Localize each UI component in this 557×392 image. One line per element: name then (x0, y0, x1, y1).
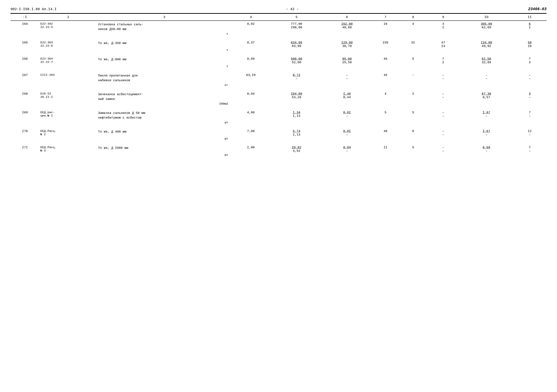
unit-spacer (270, 48, 323, 54)
row-col4: 7,00 (232, 128, 270, 137)
row-col8: 4 (400, 21, 426, 32)
spacer-cell (10, 107, 547, 109)
row-code: ЕЕД.рас- цен.№ I (39, 109, 97, 121)
unit-spacer (10, 121, 39, 126)
unit-spacer (323, 65, 371, 70)
unit-row: т (10, 32, 547, 37)
unit-spacer (323, 32, 371, 37)
row-col11: –– (513, 72, 547, 83)
unit-spacer (270, 65, 323, 70)
unit-spacer (39, 32, 97, 37)
unit-spacer (426, 65, 460, 70)
unit-spacer (39, 121, 97, 126)
row-col11: 73 (513, 56, 547, 65)
row-col5: 777,00I90,00 (270, 21, 323, 32)
table-row: I7IЕЕД.Расц. № 3То же, Д I000 ммI,00I0,8… (10, 144, 547, 153)
row-desc: То же, Д-350 мм (97, 40, 232, 48)
row-col7: 4 (371, 91, 400, 102)
row-col11: 7– (513, 109, 547, 121)
row-col4: 0,37 (232, 40, 270, 48)
row-unit: т (97, 32, 232, 37)
unit-spacer (513, 153, 547, 158)
unit-spacer (232, 137, 270, 142)
row-col9: –– (426, 72, 460, 83)
row-col9: –– (426, 144, 460, 153)
unit-spacer (371, 102, 400, 107)
unit-spacer (232, 121, 270, 126)
unit-spacer (400, 102, 426, 107)
row-col6: 0,04– (323, 144, 371, 153)
row-col11: 7– (513, 144, 547, 153)
unit-spacer (232, 83, 270, 89)
unit-spacer (270, 137, 323, 142)
spacer-cell (10, 37, 547, 40)
row-col7: 45 (371, 56, 400, 65)
unit-spacer (323, 137, 371, 142)
unit-spacer (10, 137, 39, 142)
col-header-11: II (513, 14, 547, 21)
row-col6: 0,0I– (323, 128, 371, 137)
unit-spacer (426, 153, 460, 158)
row-col4: 63,I0 (232, 72, 270, 83)
col-header-1: ·I (10, 14, 39, 21)
row-col7: 45 (371, 72, 400, 83)
unit-spacer (323, 83, 371, 89)
row-col6: I29,0038,70 (323, 40, 371, 48)
spacer-cell (10, 54, 547, 56)
row-col8: 2 (400, 91, 426, 102)
row-col6: 85,0025,50 (323, 56, 371, 65)
row-unit: кг (97, 83, 232, 89)
header-left: 902-I-I50.I.88 Ал.I4.I (10, 7, 57, 11)
unit-spacer (426, 137, 460, 142)
row-spacer (10, 107, 547, 109)
row-col10: I,67– (460, 109, 513, 121)
unit-spacer (10, 83, 39, 89)
unit-spacer (39, 153, 97, 158)
row-col8: 5 (400, 144, 426, 153)
unit-spacer (460, 65, 513, 70)
unit-spacer (460, 48, 513, 54)
unit-spacer (400, 48, 426, 54)
spacer-cell (10, 126, 547, 128)
row-col4: 0,04 (232, 91, 270, 102)
row-col5: 5,74I,I3 (270, 128, 323, 137)
unit-spacer (426, 102, 460, 107)
row-col7: I6 (371, 21, 400, 32)
unit-spacer (460, 32, 513, 37)
unit-spacer (323, 153, 371, 158)
row-id: I64 (10, 21, 39, 32)
row-spacer (10, 126, 547, 128)
unit-spacer (270, 32, 323, 37)
unit-spacer (400, 121, 426, 126)
unit-spacer (323, 121, 371, 126)
unit-row: шт (10, 153, 547, 158)
row-col11: 50I8 (513, 40, 547, 48)
unit-spacer (232, 32, 270, 37)
header-right: 23466-03 (528, 7, 547, 11)
unit-spacer (39, 48, 97, 54)
row-id: I66 (10, 56, 39, 65)
row-col9: 3I (426, 21, 460, 32)
col-header-3: 3 (97, 14, 232, 21)
header: 902-I-I50.I.88 Ал.I4.I - 42 - 23466-03 (10, 7, 547, 11)
column-headers: ·I 2 3 4 5 6 7 8 9 IO II (10, 14, 547, 21)
col-header-4: 4 (232, 14, 270, 21)
col-header-7: 7 (371, 14, 400, 21)
row-col11: I2– (513, 128, 547, 137)
row-col4: 0,02 (232, 21, 270, 32)
row-col10: –– (460, 72, 513, 83)
unit-spacer (232, 102, 270, 107)
row-col6: I62,0048,60 (323, 21, 371, 32)
row-col10: 87,300,57 (460, 91, 513, 102)
row-col10: 305,0062,69 (460, 21, 513, 32)
table-row: I65E22-363 22.22-6То же, Д-350 мм0,37634… (10, 40, 547, 48)
row-col6: 0,0I– (323, 109, 371, 121)
unit-spacer (270, 121, 323, 126)
row-spacer (10, 70, 547, 72)
table-row: I64E22-362 22.22-5Установка стальных сал… (10, 21, 547, 32)
row-desc: Установка стальных саль- ников Д50–80 мм (97, 21, 232, 32)
spacer-cell (10, 89, 547, 91)
row-desc: Замазка сальников Д 50 мм нефтебитумом с… (97, 109, 232, 121)
row-col4: 0,09 (232, 56, 270, 65)
row-spacer (10, 142, 547, 144)
